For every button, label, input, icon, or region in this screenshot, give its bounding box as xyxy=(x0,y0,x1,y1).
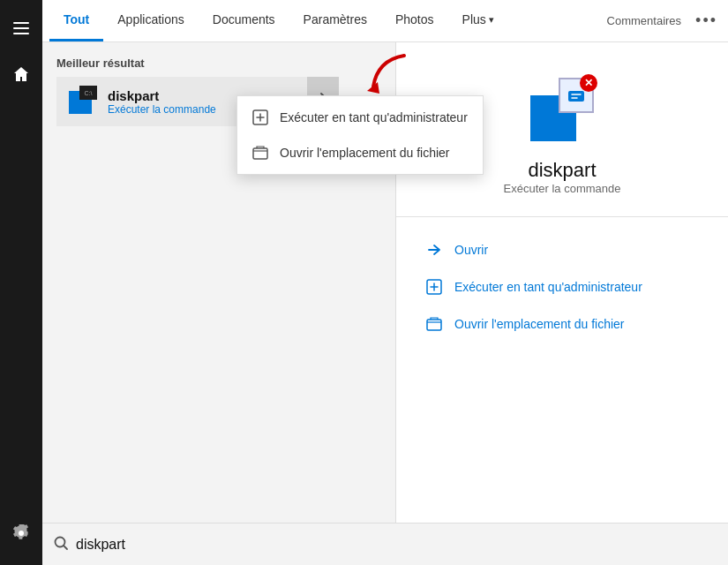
section-label: Meilleur résultat xyxy=(56,56,387,70)
svg-rect-6 xyxy=(568,91,584,102)
right-app-sub: Exécuter la commande xyxy=(504,182,621,195)
right-app-name: diskpart xyxy=(528,159,596,182)
chevron-down-icon: ▾ xyxy=(489,14,494,26)
more-options-button[interactable]: ••• xyxy=(695,11,717,30)
svg-rect-1 xyxy=(13,27,29,29)
tab-plus[interactable]: Plus ▾ xyxy=(448,0,508,41)
svg-marker-5 xyxy=(367,82,379,94)
tab-parametres[interactable]: Paramètres xyxy=(289,0,381,41)
ouvrir-icon xyxy=(424,240,444,260)
sidebar xyxy=(0,0,42,565)
tab-photos[interactable]: Photos xyxy=(381,0,448,41)
nav-right-area: Commentaires ••• xyxy=(607,0,728,41)
top-navigation: Tout Applications Documents Paramètres P… xyxy=(42,0,728,42)
right-action-open-location-label: Ouvrir l'emplacement du fichier xyxy=(454,317,625,331)
svg-rect-2 xyxy=(13,33,29,34)
diskpart-large-icon: ✕ xyxy=(530,78,594,141)
commentaires-button[interactable]: Commentaires xyxy=(607,14,682,27)
svg-rect-0 xyxy=(13,22,29,24)
main-container: Tout Applications Documents Paramètres P… xyxy=(42,0,728,565)
right-app-icon-area: ✕ xyxy=(530,78,594,141)
tab-tout[interactable]: Tout xyxy=(49,0,103,41)
context-run-as-admin[interactable]: Exécuter en tant qu'administrateur xyxy=(237,100,483,135)
tab-documents[interactable]: Documents xyxy=(199,0,289,41)
right-action-ouvrir-label: Ouvrir xyxy=(454,243,488,257)
search-icon xyxy=(53,535,69,554)
context-menu: Exécuter en tant qu'administrateur Ouvri… xyxy=(236,95,484,175)
context-run-as-admin-label: Exécuter en tant qu'administrateur xyxy=(280,110,468,124)
context-open-location[interactable]: Ouvrir l'emplacement du fichier xyxy=(237,135,483,170)
home-button[interactable] xyxy=(0,53,42,95)
search-input[interactable] xyxy=(76,537,717,553)
right-action-run-as-admin[interactable]: Exécuter en tant qu'administrateur xyxy=(396,268,728,305)
left-panel: Meilleur résultat C:\ diskpart Exécuter … xyxy=(42,42,387,523)
content-area: Meilleur résultat C:\ diskpart Exécuter … xyxy=(42,42,728,523)
right-action-ouvrir[interactable]: Ouvrir xyxy=(396,231,728,268)
settings-button[interactable] xyxy=(0,512,42,554)
right-action-open-location[interactable]: Ouvrir l'emplacement du fichier xyxy=(396,305,728,343)
open-location-icon xyxy=(251,144,269,162)
hamburger-button[interactable] xyxy=(0,7,42,49)
right-run-as-admin-icon xyxy=(424,277,444,297)
run-as-admin-icon xyxy=(251,109,269,126)
right-divider xyxy=(396,216,728,217)
tab-applications[interactable]: Applications xyxy=(103,0,199,41)
context-open-location-label: Ouvrir l'emplacement du fichier xyxy=(280,146,450,160)
diskpart-small-icon: C:\ xyxy=(67,86,99,117)
right-action-run-as-admin-label: Exécuter en tant qu'administrateur xyxy=(454,280,642,294)
search-bar xyxy=(42,523,728,565)
svg-rect-8 xyxy=(427,320,441,330)
svg-rect-4 xyxy=(253,148,267,159)
right-open-location-icon xyxy=(424,314,444,334)
